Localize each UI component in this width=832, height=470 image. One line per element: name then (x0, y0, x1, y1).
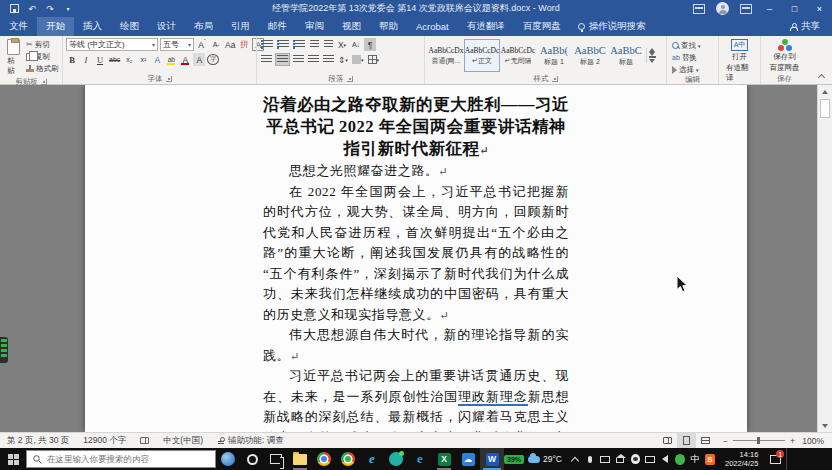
phonetic-guide-button[interactable]: 拼 (238, 38, 250, 51)
taskbar-search[interactable] (26, 450, 216, 468)
strikethrough-button[interactable]: abc (108, 53, 121, 66)
show-hide-marks-button[interactable]: ¶ (364, 38, 376, 51)
tab-design[interactable]: 设计 (148, 17, 185, 36)
language-indicator[interactable]: 中文(中国) (156, 433, 210, 448)
proofing-status[interactable] (133, 433, 156, 448)
asian-layout-button[interactable]: X▾ (336, 38, 348, 51)
print-layout-button[interactable] (677, 433, 696, 448)
taskbar-clock[interactable]: 14:16 2022/4/25 (719, 450, 764, 468)
style-no-spacing[interactable]: AaBbCcDc ↵无间隔 (500, 39, 536, 72)
save-icon[interactable] (8, 3, 20, 15)
tab-baidu-netdisk[interactable]: 百度网盘 (514, 17, 570, 36)
netdisk-app-icon[interactable]: ☁ (456, 448, 480, 470)
enclose-characters-button[interactable]: 字 (207, 54, 219, 65)
bold-button[interactable]: B (66, 53, 78, 66)
minimize-button[interactable]: – (757, 0, 782, 17)
decrease-indent-button[interactable] (308, 38, 320, 51)
scroll-up-button[interactable] (818, 85, 832, 98)
tab-references[interactable]: 引用 (222, 17, 259, 36)
weather-widget[interactable]: 29°C (524, 454, 566, 464)
distribute-button[interactable] (322, 53, 335, 66)
justify-button[interactable] (307, 53, 320, 66)
youdao-translate-button[interactable]: A中 打开 有道翻译 (722, 38, 757, 84)
edge-icon[interactable]: e (408, 448, 432, 470)
monitor-icon[interactable] (645, 454, 655, 464)
style-title[interactable]: AaBbC 标题 (608, 39, 644, 72)
style-heading1[interactable]: AaBb( 标题 1 (536, 39, 572, 72)
superscript-button[interactable]: x² (137, 53, 149, 66)
subscript-button[interactable]: x₂ (123, 53, 135, 66)
ime-indicator[interactable]: 中 (690, 454, 700, 464)
shrink-font-button[interactable]: Aˇ (210, 38, 222, 51)
file-explorer-icon[interactable] (288, 448, 312, 470)
collapse-ribbon-button[interactable] (817, 72, 826, 81)
account-avatar[interactable] (716, 2, 729, 15)
tab-home[interactable]: 开始 (37, 17, 74, 36)
zoom-slider[interactable] (733, 440, 785, 441)
microphone-icon[interactable] (585, 454, 595, 464)
excel-icon[interactable]: X (432, 448, 456, 470)
replace-button[interactable]: ab替换 (670, 52, 703, 63)
cortana-icon[interactable] (216, 448, 240, 470)
share-button[interactable]: 共享 (777, 17, 832, 36)
zoom-slider-thumb[interactable] (757, 437, 760, 444)
highlight-button[interactable]: ab (165, 53, 177, 66)
style-body-text[interactable]: AaBbCcDc ↵正文 (464, 39, 500, 72)
qat-customize-icon[interactable]: ▾ (62, 3, 74, 15)
ring-app-icon[interactable] (240, 448, 264, 470)
font-size-select[interactable]: 五号▾ (160, 38, 194, 51)
scroll-down-button[interactable] (818, 419, 832, 432)
italic-button[interactable]: I (80, 53, 92, 66)
start-button[interactable] (0, 448, 26, 470)
zoom-out-button[interactable]: − (723, 436, 728, 446)
recorder-widget[interactable] (0, 337, 8, 363)
paragraph-dialog-launcher[interactable] (347, 76, 353, 82)
tab-mailings[interactable]: 邮件 (259, 17, 296, 36)
360-safe-icon[interactable] (675, 454, 685, 464)
sogou-icon[interactable]: S (705, 454, 715, 464)
format-painter-button[interactable]: 格式刷 (24, 63, 61, 74)
tab-review[interactable]: 审阅 (296, 17, 333, 36)
web-layout-button[interactable] (696, 433, 715, 448)
styles-more-button[interactable] (647, 56, 657, 63)
restore-button[interactable]: □ (782, 0, 807, 17)
font-family-select[interactable]: 等线 (中文正文)▾ (66, 38, 158, 51)
search-input[interactable] (47, 454, 207, 464)
display-icon[interactable] (600, 454, 610, 464)
chrome-alt-icon[interactable] (336, 448, 360, 470)
copy-button[interactable]: 复制 (24, 51, 61, 62)
document-page[interactable]: 沿着必由之路夺取新的更大胜利——习近平总书记 2022 年全国两会重要讲话精神指… (85, 85, 747, 432)
sort-button[interactable]: A↓ (350, 38, 362, 51)
tab-insert[interactable]: 插入 (74, 17, 111, 36)
tray-expand-icon[interactable] (570, 454, 580, 464)
accessibility-status[interactable]: 辅助功能: 调查 (210, 433, 291, 448)
tab-layout[interactable]: 布局 (185, 17, 222, 36)
find-button[interactable]: 查找▾ (670, 40, 703, 51)
tab-view[interactable]: 视图 (333, 17, 370, 36)
tab-acrobat[interactable]: Acrobat (407, 17, 458, 36)
character-shading-button[interactable]: A (193, 53, 205, 66)
chrome-icon[interactable] (312, 448, 336, 470)
undo-icon[interactable]: ↶ (26, 3, 38, 15)
save-to-baidu-button[interactable]: 保存到 百度网盘 (766, 38, 804, 74)
tab-draw[interactable]: 绘图 (111, 17, 148, 36)
close-button[interactable]: × (807, 0, 832, 17)
qq-icon[interactable] (630, 454, 640, 464)
paste-button[interactable]: 粘贴 (3, 38, 24, 77)
tab-youdao[interactable]: 有道翻译 (458, 17, 514, 36)
tab-file[interactable]: 文件 (0, 17, 37, 36)
grow-font-button[interactable]: Aˆ (196, 38, 208, 51)
wechat-icon[interactable] (384, 448, 408, 470)
align-left-button[interactable] (260, 53, 273, 66)
word-icon[interactable]: W (480, 448, 504, 470)
scrollbar-thumb[interactable] (820, 99, 830, 118)
ie-icon[interactable]: e (360, 448, 384, 470)
align-center-button[interactable] (275, 53, 290, 66)
page-indicator[interactable]: 第 2 页, 共 30 页 (0, 433, 76, 448)
battery-widget[interactable]: 39% (504, 455, 524, 464)
select-button[interactable]: 选择▾ (670, 64, 703, 75)
style-normal-web[interactable]: AaBbCcDx 普通(网... (428, 39, 464, 72)
ribbon-display-icon[interactable] (740, 4, 752, 14)
redo-icon[interactable]: ↷ (44, 3, 56, 15)
action-center-button[interactable]: 1 (764, 448, 786, 470)
